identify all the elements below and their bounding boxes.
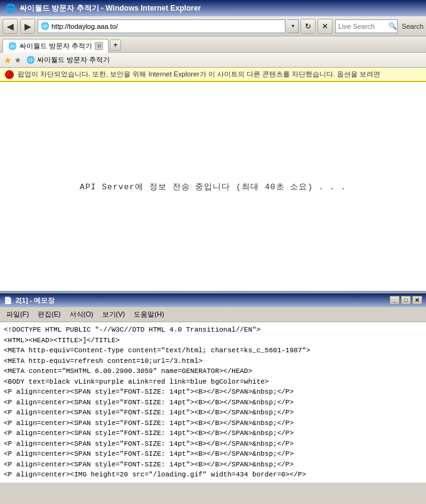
code-line-3: <META http-equiv=refresh content=10;url=…: [4, 356, 422, 367]
menu-edit[interactable]: 편집(E): [34, 308, 65, 320]
code-line-13: <P align=center><SPAN style="FONT-SIZE: …: [4, 459, 422, 470]
code-line-12: <P align=center><SPAN style="FONT-SIZE: …: [4, 449, 422, 459]
info-bar-icon: 🚫: [5, 70, 14, 79]
new-tab-button[interactable]: +: [110, 39, 121, 51]
bookmark-star-icon[interactable]: ★: [4, 55, 12, 65]
code-line-4: <META content="MSHTML 6.00.2900.3059" na…: [4, 366, 422, 377]
notepad-title: 2[1] - 메모장: [16, 296, 55, 305]
code-line-14: <P align=center><IMG height=20 src="/loa…: [4, 470, 422, 480]
address-input[interactable]: [51, 23, 282, 30]
forward-button[interactable]: ▶: [20, 19, 35, 34]
search-label: Search: [402, 23, 423, 30]
code-line-8: <P align=center><SPAN style="FONT-SIZE: …: [4, 407, 422, 418]
window-controls: _ □ ✕: [390, 296, 422, 305]
bookmarks-bar: ★ ★ 🌐 싸이월드 방문자 추적기: [0, 53, 426, 68]
address-dropdown[interactable]: ▾: [287, 19, 299, 33]
back-button[interactable]: ◀: [3, 19, 18, 34]
code-line-7: <P align=center><SPAN style="FONT-SIZE: …: [4, 397, 422, 408]
tab-icon: 🌐: [8, 42, 17, 50]
notepad-title-bar: 📄 2[1] - 메모장 _ □ ✕: [0, 293, 426, 307]
bookmark-link-label: 싸이월드 방문자 추적기: [37, 55, 110, 65]
menu-file[interactable]: 파일(F): [3, 308, 33, 320]
tabs-bar: 🌐 싸이월드 방문자 추적기 ✕ +: [0, 36, 426, 53]
bookmark-cyworld[interactable]: 🌐 싸이월드 방문자 추적기: [24, 55, 112, 65]
loading-message: API Server에 정보 전송 중입니다 (최대 40초 소요) . . .: [80, 181, 346, 192]
code-line-5: <BODY text=black vLink=purple aLink=red …: [4, 377, 422, 387]
tab-label: 싸이월드 방문자 추적기: [19, 41, 92, 51]
code-line-10: <P align=center><SPAN style="FONT-SIZE: …: [4, 428, 422, 439]
code-line-1: <HTML><HEAD><TITLE>]</TITLE>: [4, 335, 422, 346]
menu-format[interactable]: 서식(O): [66, 308, 97, 320]
stop-button[interactable]: ✕: [317, 19, 333, 34]
close-button[interactable]: ✕: [412, 296, 422, 305]
address-bar-container: 🌐 ▾ ↻ ✕: [38, 19, 333, 34]
notepad-menu: 파일(F) 편집(E) 서식(O) 보기(V) 도움말(H): [0, 307, 426, 322]
ie-icon: 🌐: [5, 3, 16, 13]
menu-view[interactable]: 보기(V): [99, 308, 129, 320]
nav-toolbar: ◀ ▶ 🌐 ▾ ↻ ✕ 🔍 Search: [0, 16, 426, 36]
search-icon: 🔍: [388, 22, 397, 30]
code-line-11: <P align=center><SPAN style="FONT-SIZE: …: [4, 439, 422, 449]
bookmark-icon[interactable]: ★: [14, 56, 21, 65]
notepad-window: 📄 2[1] - 메모장 _ □ ✕ 파일(F) 편집(E) 서식(O) 보기(…: [0, 292, 426, 483]
maximize-button[interactable]: □: [401, 296, 411, 305]
search-box: 🔍: [335, 19, 398, 33]
minimize-button[interactable]: _: [390, 296, 400, 305]
tab-close-button[interactable]: ✕: [95, 42, 103, 50]
bookmark-link-icon: 🌐: [26, 56, 35, 64]
code-line-9: <P align=center><SPAN style="FONT-SIZE: …: [4, 418, 422, 429]
info-bar-message: 팝업이 차단되었습니다. 또한, 보안을 위해 Internet Explore…: [18, 70, 380, 79]
ie-title-bar: 🌐 싸이월드 방문자 추적기 - Windows Internet Explor…: [0, 0, 426, 16]
search-input[interactable]: [338, 23, 388, 30]
info-bar: 🚫 팝업이 차단되었습니다. 또한, 보안을 위해 Internet Explo…: [0, 68, 426, 82]
code-line-0: <!DOCTYPE HTML PUBLIC "-//W3C//DTD HTML …: [4, 325, 422, 335]
menu-help[interactable]: 도움말(H): [130, 308, 168, 320]
notepad-icon: 📄: [4, 297, 13, 305]
code-line-6: <P align=center><SPAN style="FONT-SIZE: …: [4, 387, 422, 397]
main-content-area: API Server에 정보 전송 중입니다 (최대 40초 소요) . . .: [0, 82, 426, 292]
tab-cyworld[interactable]: 🌐 싸이월드 방문자 추적기 ✕: [3, 39, 109, 53]
address-bar-wrap: 🌐: [38, 19, 285, 33]
page-icon: 🌐: [41, 22, 50, 30]
refresh-button[interactable]: ↻: [301, 19, 316, 34]
ie-title: 싸이월드 방문자 추적기 - Windows Internet Explorer: [19, 3, 201, 14]
notepad-content-area[interactable]: <!DOCTYPE HTML PUBLIC "-//W3C//DTD HTML …: [0, 322, 426, 483]
code-line-2: <META http-equiv=Content-Type content="t…: [4, 345, 422, 356]
